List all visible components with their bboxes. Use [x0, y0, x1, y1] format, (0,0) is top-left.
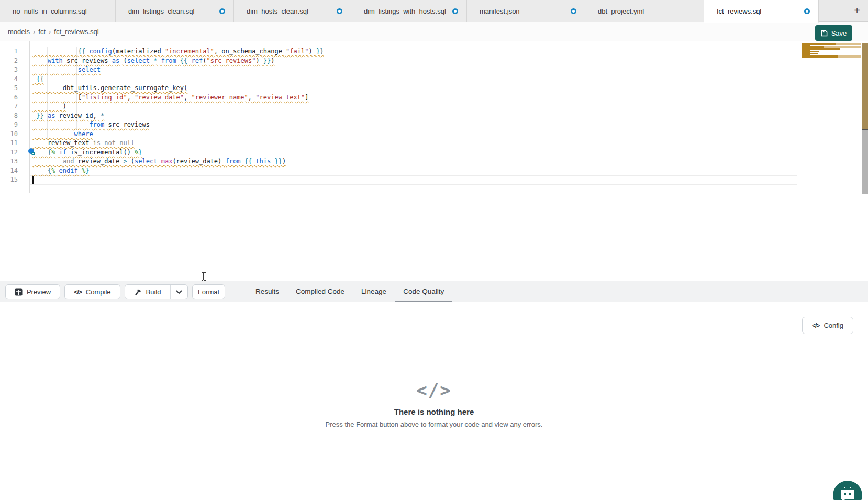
code-line-13[interactable]: and review_date > (select max(review_dat… — [32, 157, 324, 166]
code-token: [ — [32, 94, 82, 101]
panel-tab-compiled-code[interactable]: Compiled Code — [287, 281, 353, 302]
compile-button[interactable]: </> Compile — [64, 284, 120, 299]
mouse-ibeam-cursor — [202, 272, 206, 281]
code-token: is_incremental() — [66, 149, 135, 156]
code-line-12[interactable]: {% if is_incremental() %} — [32, 148, 324, 158]
file-tab-dim_hosts_clean.sql[interactable]: dim_hosts_clean.sql — [234, 0, 351, 22]
code-line-4[interactable]: {{ — [32, 75, 324, 84]
code-token: {{ — [36, 75, 43, 83]
unsaved-changes-dot — [337, 8, 342, 14]
code-token: } — [85, 167, 89, 174]
code-token: }} — [316, 48, 324, 55]
editor-scrollbar-thumb[interactable] — [862, 43, 868, 129]
breadcrumb: models›fct›fct_reviews.sql — [8, 22, 99, 41]
file-tab-label: dbt_project.yml — [598, 7, 644, 15]
code-line-14[interactable]: {% endif %} — [32, 166, 324, 176]
code-line-1[interactable]: {{ config(materialized="incremental", on… — [32, 47, 324, 57]
unsaved-changes-dot — [804, 8, 810, 14]
code-line-7[interactable]: ) — [32, 102, 324, 112]
code-token: endif — [59, 167, 78, 174]
code-token — [55, 167, 59, 174]
breadcrumb-item[interactable]: models — [8, 28, 30, 36]
code-token: "review_date" — [135, 94, 184, 101]
code-token — [32, 121, 89, 128]
gutter-border — [29, 41, 30, 193]
code-token: }} — [275, 158, 282, 165]
code-token — [157, 57, 161, 64]
code-token: as — [48, 112, 55, 119]
code-line-8[interactable]: }} as review_id, * — [32, 112, 324, 121]
code-token: as — [112, 57, 119, 64]
text-caret — [32, 176, 34, 184]
build-button[interactable]: Build — [125, 285, 171, 299]
build-split-button: Build — [125, 284, 188, 299]
code-line-3[interactable]: select — [32, 65, 324, 75]
panel-tab-code-quality[interactable]: Code Quality — [395, 281, 452, 302]
code-line-15[interactable] — [32, 175, 324, 185]
code-token: , on_schema_change= — [214, 48, 286, 55]
file-tab-dim_listings_with_hosts.sql[interactable]: dim_listings_with_hosts.sql — [351, 0, 467, 22]
code-line-6[interactable]: ["listing_id", "review_date", "reviewer_… — [32, 93, 324, 103]
code-token: ) — [32, 103, 66, 110]
breadcrumb-separator: › — [33, 28, 35, 36]
file-tab-no_nulls_in_columns.sql[interactable]: no_nulls_in_columns.sql — [0, 0, 116, 22]
line-number: 7 — [0, 102, 18, 112]
code-editor[interactable]: 123456789101112131415 {{ config(material… — [0, 41, 868, 281]
line-number: 4 — [0, 75, 18, 84]
copilot-suggestion-icon[interactable] — [28, 148, 37, 157]
line-number: 11 — [0, 139, 18, 148]
code-token — [271, 158, 274, 165]
code-token — [55, 149, 59, 156]
line-number: 15 — [0, 175, 18, 185]
code-token: ] — [305, 94, 308, 101]
code-token: "reviewer_name" — [191, 94, 248, 101]
chevron-down-icon — [176, 290, 182, 294]
format-button[interactable]: Format — [192, 284, 225, 299]
line-number: 9 — [0, 120, 18, 130]
new-tab-button[interactable]: + — [850, 4, 864, 18]
code-line-2[interactable]: with src_reviews as (select * from {{ re… — [32, 57, 324, 66]
code-token: max — [161, 158, 173, 165]
code-token: (materialized= — [112, 48, 165, 55]
build-options-button[interactable] — [171, 285, 187, 299]
preview-button[interactable]: Preview — [5, 284, 60, 299]
code-token: ) — [282, 158, 286, 165]
save-label: Save — [831, 29, 847, 37]
code-token: src_reviews — [104, 121, 150, 128]
floppy-icon — [821, 30, 828, 37]
save-button[interactable]: Save — [815, 25, 852, 41]
code-quality-panel: </> Config </> There is nothing here Pre… — [0, 302, 868, 500]
file-tab-label: manifest.json — [480, 7, 520, 15]
line-number: 14 — [0, 166, 18, 176]
code-token: , — [184, 94, 191, 101]
code-token: , — [127, 94, 135, 101]
file-tab-fct_reviews.sql[interactable]: fct_reviews.sql — [704, 0, 819, 23]
file-tab-dim_listings_clean.sql[interactable]: dim_listings_clean.sql — [116, 0, 234, 22]
line-number-gutter: 123456789101112131415 — [0, 47, 29, 185]
file-tab-manifest.json[interactable]: manifest.json — [467, 0, 585, 22]
code-line-10[interactable]: where — [32, 130, 324, 139]
code-line-11[interactable]: review_text is not null — [32, 139, 324, 148]
code-token: select — [127, 57, 150, 64]
code-token: select — [78, 66, 101, 73]
code-line-5[interactable]: dbt_utils.generate_surrogate_key( — [32, 84, 324, 93]
panel-tab-lineage[interactable]: Lineage — [353, 281, 395, 302]
code-token: {{ — [78, 48, 85, 55]
line-number: 6 — [0, 93, 18, 103]
code-token: * — [101, 112, 104, 119]
code-token — [32, 167, 48, 174]
code-line-9[interactable]: from src_reviews — [32, 120, 324, 130]
code-token: config — [89, 48, 112, 55]
file-tab-label: dim_listings_clean.sql — [128, 7, 194, 15]
panel-tab-results[interactable]: Results — [247, 281, 287, 302]
hammer-icon — [135, 288, 142, 296]
file-tab-dbt_project.yml[interactable]: dbt_project.yml — [585, 0, 704, 22]
code-token — [78, 167, 82, 174]
code-token — [32, 66, 78, 73]
code-token: ( — [127, 158, 135, 165]
config-button[interactable]: </> Config — [802, 317, 853, 334]
line-number: 5 — [0, 84, 18, 93]
breadcrumb-item[interactable]: fct — [38, 28, 46, 36]
code-token: this — [255, 158, 271, 165]
format-label: Format — [198, 288, 219, 296]
